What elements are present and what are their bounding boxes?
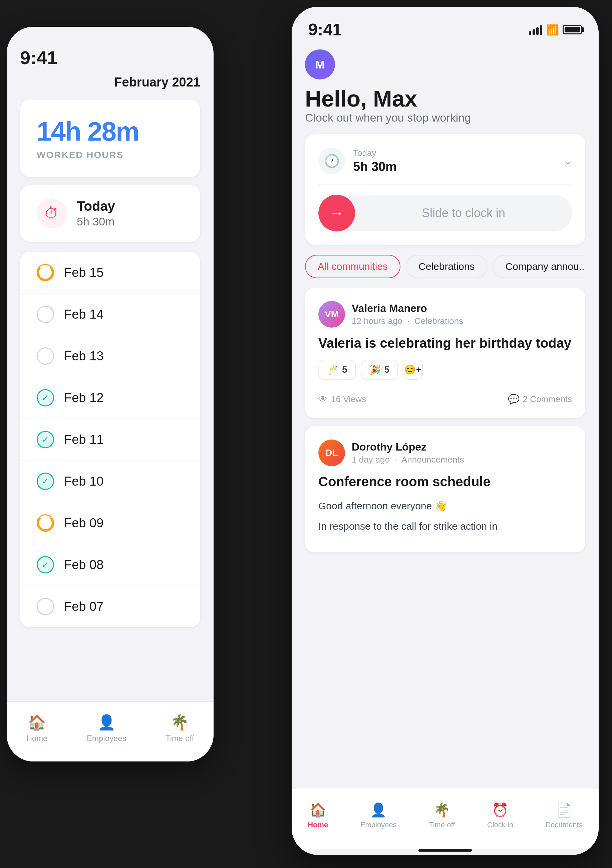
date-item[interactable]: Feb 14 [20, 294, 200, 335]
date-status-pending [37, 264, 54, 281]
clock-card: 🕐 Today 5h 30m ⌄ → Slide to clock in [305, 134, 585, 245]
post-title-valeria: Valeria is celebrating her birthday toda… [318, 334, 572, 352]
clock-icon: ⏱ [44, 205, 59, 222]
arrow-right-icon: → [329, 205, 344, 222]
comment-icon: 💬 [508, 394, 519, 405]
clockin-icon-front: ⏰ [492, 802, 508, 818]
date-label: Feb 11 [64, 432, 104, 447]
date-status-checked: ✓ [37, 473, 54, 490]
documents-icon-front: 📄 [556, 802, 572, 818]
add-reaction-icon: 😊+ [404, 364, 421, 375]
date-status-empty [37, 598, 54, 615]
date-label: Feb 12 [64, 391, 104, 405]
tab-celebrations[interactable]: Celebrations [406, 255, 487, 278]
date-status-empty [37, 347, 54, 365]
chevron-down-icon[interactable]: ⌄ [564, 155, 572, 167]
post-category-dorothy: Announcements [402, 454, 464, 465]
front-bottom-nav: 🏠 Home 👤 Employees 🌴 Time off ⏰ Clock in… [292, 789, 599, 849]
post-body-dorothy: Good afternoon everyone 👋 [318, 498, 572, 513]
date-item[interactable]: ✓ Feb 11 [20, 419, 200, 460]
date-item[interactable]: ✓ Feb 08 [20, 544, 200, 586]
clock-icon-wrap: 🕐 [318, 147, 345, 174]
front-scroll-content[interactable]: M Hello, Max Clock out when you stop wor… [292, 43, 599, 789]
date-label: Feb 09 [64, 516, 104, 530]
clock-info: Today 5h 30m [353, 148, 556, 174]
post-meta-dorothy: 1 day ago · Announcements [352, 454, 464, 465]
battery-fill [565, 27, 580, 33]
back-status-bar: 9:41 [20, 47, 200, 68]
post-header-valeria: VM Valeria Manero 12 hours ago · Celebra… [318, 301, 572, 328]
champagne-emoji: 🥂 [327, 364, 339, 375]
front-nav-timeoff-label: Time off [429, 821, 455, 829]
date-status-checked: ✓ [37, 389, 54, 406]
signal-bar-3 [536, 27, 539, 35]
front-status-bar: 9:41 📶 [292, 7, 599, 43]
reactions-valeria: 🥂 5 🎉 5 😊+ [318, 360, 572, 380]
date-label: Feb 15 [64, 265, 104, 280]
employees-icon: 👤 [97, 714, 116, 731]
comments-stat[interactable]: 💬 2 Comments [508, 394, 572, 405]
eye-icon: 👁 [318, 394, 328, 405]
back-nav-timeoff[interactable]: 🌴 Time off [165, 714, 194, 743]
date-item[interactable]: Feb 15 [20, 252, 200, 294]
home-indicator [419, 849, 472, 852]
date-status-checked: ✓ [37, 556, 54, 574]
back-nav-timeoff-label: Time off [165, 734, 194, 743]
front-nav-documents-label: Documents [545, 821, 582, 829]
reaction-party-count: 5 [385, 364, 390, 375]
date-list: Feb 15 Feb 14 Feb 13 ✓ Feb 12 ✓ Feb 11 [20, 252, 200, 627]
add-reaction-button[interactable]: 😊+ [403, 360, 423, 380]
signal-bars [529, 25, 542, 35]
date-item[interactable]: ✓ Feb 12 [20, 377, 200, 419]
back-nav-employees-label: Employees [87, 734, 127, 743]
front-nav-documents[interactable]: 📄 Documents [545, 802, 582, 829]
date-item[interactable]: Feb 07 [20, 586, 200, 627]
today-icon-wrap: ⏱ [37, 198, 67, 228]
back-time: 9:41 [20, 47, 57, 68]
tab-company-announcements[interactable]: Company annou... [493, 255, 586, 278]
front-nav-employees[interactable]: 👤 Employees [360, 802, 397, 829]
slide-container[interactable]: → Slide to clock in [318, 195, 572, 231]
date-label: Feb 08 [64, 558, 104, 572]
post-category-valeria: Celebrations [414, 316, 463, 326]
reaction-champagne[interactable]: 🥂 5 [318, 360, 356, 380]
post-footer-valeria: 👁 16 Views 💬 2 Comments [318, 388, 572, 405]
date-status-checked: ✓ [37, 431, 54, 448]
home-icon: 🏠 [28, 714, 46, 731]
front-time: 9:41 [308, 20, 342, 39]
front-nav-employees-label: Employees [360, 821, 397, 829]
back-phone: 9:41 February 2021 14h 28m WORKED HOURS … [7, 27, 213, 761]
wifi-icon: 📶 [546, 24, 559, 36]
post-time-valeria: 12 hours ago [352, 316, 402, 326]
reaction-champagne-count: 5 [342, 364, 348, 375]
employees-icon-front: 👤 [370, 802, 387, 818]
signal-bar-1 [529, 31, 531, 35]
date-status-empty [37, 305, 54, 323]
back-nav-home[interactable]: 🏠 Home [26, 714, 48, 743]
home-icon-front: 🏠 [310, 802, 326, 818]
slide-text: Slide to clock in [355, 206, 572, 220]
avatar-valeria: VM [318, 301, 345, 328]
greeting-subtitle: Clock out when you stop working [305, 111, 585, 124]
front-phone: 9:41 📶 M Hello [292, 7, 599, 855]
avatar-dorothy: DL [318, 440, 345, 466]
post-header-dorothy: DL Dorothy López 1 day ago · Announcemen… [318, 440, 572, 466]
date-item[interactable]: Feb 09 [20, 502, 200, 544]
front-nav-home[interactable]: 🏠 Home [308, 802, 328, 829]
signal-bar-2 [533, 29, 535, 35]
user-avatar-img: M [305, 50, 335, 79]
date-status-pending [37, 514, 54, 532]
date-label: Feb 10 [64, 474, 104, 488]
front-nav-timeoff[interactable]: 🌴 Time off [429, 802, 455, 829]
views-count: 16 Views [331, 394, 366, 405]
avatar-valeria-img: VM [318, 301, 345, 328]
back-nav-home-label: Home [26, 734, 48, 743]
slide-button[interactable]: → [318, 195, 355, 231]
date-item[interactable]: Feb 13 [20, 335, 200, 377]
today-hours: 5h 30m [77, 215, 115, 228]
reaction-party[interactable]: 🎉 5 [361, 360, 399, 380]
tab-all-communities[interactable]: All communities [305, 255, 400, 278]
front-nav-clockin[interactable]: ⏰ Clock in [487, 802, 513, 829]
date-item[interactable]: ✓ Feb 10 [20, 460, 200, 502]
back-nav-employees[interactable]: 👤 Employees [87, 714, 127, 743]
